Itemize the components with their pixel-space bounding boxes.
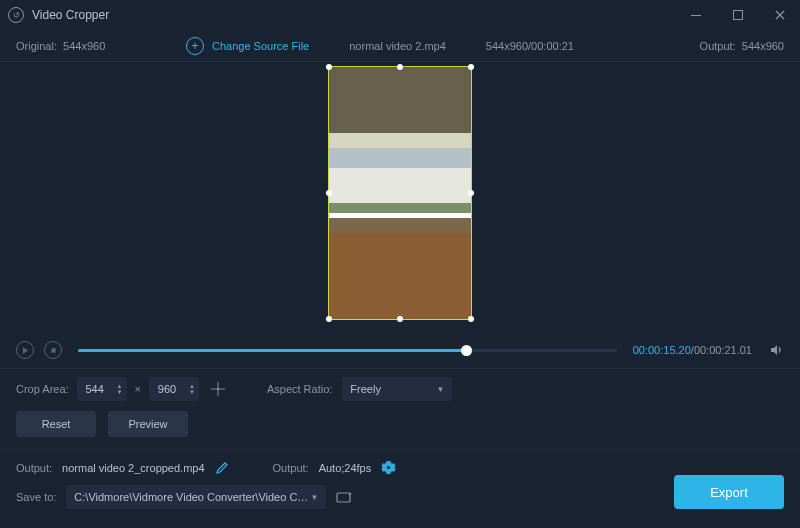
crop-handle-top-left[interactable] <box>326 64 332 70</box>
crop-height-field[interactable] <box>149 383 185 395</box>
output-label: Output: <box>700 40 736 52</box>
svg-rect-1 <box>734 11 743 20</box>
change-source-button[interactable]: Change Source File <box>186 37 309 55</box>
titlebar: Video Cropper <box>0 0 800 30</box>
output-settings-button[interactable] <box>381 460 396 475</box>
seek-bar[interactable] <box>78 349 617 352</box>
crop-area-label: Crop Area: <box>16 383 69 395</box>
maximize-button[interactable] <box>726 3 750 27</box>
seek-progress <box>78 349 466 352</box>
width-down-icon[interactable]: ▼ <box>117 389 123 395</box>
output-format-label: Output: <box>273 462 309 474</box>
crop-height-input[interactable]: ▲▼ <box>149 377 199 401</box>
original-value: 544x960 <box>63 40 105 52</box>
output-file-label: Output: <box>16 462 52 474</box>
plus-circle-icon <box>186 37 204 55</box>
export-button[interactable]: Export <box>674 475 784 509</box>
window-controls <box>684 3 792 27</box>
crop-handle-bottom-left[interactable] <box>326 316 332 322</box>
time-current: 00:00:15.20 <box>633 344 691 356</box>
preview-area <box>0 62 800 332</box>
crop-handle-top-right[interactable] <box>468 64 474 70</box>
edit-output-button[interactable] <box>215 461 229 475</box>
save-path-value: C:\Vidmore\Vidmore Video Converter\Video… <box>74 491 310 503</box>
svg-rect-5 <box>337 493 350 502</box>
svg-point-3 <box>217 388 219 390</box>
crop-controls: Crop Area: ▲▼ × ▲▼ Aspect Ratio: Freely … <box>0 368 800 449</box>
minimize-button[interactable] <box>684 3 708 27</box>
crop-width-field[interactable] <box>77 383 113 395</box>
player-controls: 00:00:15.20/00:00:21.01 <box>0 332 800 368</box>
chevron-down-icon: ▼ <box>436 385 444 394</box>
crop-handle-mid-left[interactable] <box>326 190 332 196</box>
save-path-select[interactable]: C:\Vidmore\Vidmore Video Converter\Video… <box>66 485 326 509</box>
dimension-separator: × <box>135 383 141 395</box>
preview-button[interactable]: Preview <box>108 411 188 437</box>
chevron-down-icon: ▼ <box>310 493 318 502</box>
center-crop-button[interactable] <box>207 378 229 400</box>
app-icon <box>8 7 24 23</box>
source-filename: normal video 2.mp4 <box>349 40 446 52</box>
output-value: 544x960 <box>742 40 784 52</box>
bottom-bar: Output: normal video 2_cropped.mp4 Outpu… <box>0 449 800 521</box>
original-label: Original: <box>16 40 57 52</box>
play-button[interactable] <box>16 341 34 359</box>
app-title: Video Cropper <box>32 8 684 22</box>
open-folder-button[interactable] <box>336 490 352 504</box>
output-dimensions: Output: 544x960 <box>644 40 784 52</box>
close-button[interactable] <box>768 3 792 27</box>
svg-point-4 <box>387 466 390 469</box>
crop-handle-bottom-right[interactable] <box>468 316 474 322</box>
volume-button[interactable] <box>768 342 784 358</box>
aspect-ratio-select[interactable]: Freely ▼ <box>342 377 452 401</box>
info-bar: Original: 544x960 Change Source File nor… <box>0 30 800 62</box>
time-total: 00:00:21.01 <box>694 344 752 356</box>
svg-rect-2 <box>51 348 55 352</box>
crop-width-input[interactable]: ▲▼ <box>77 377 127 401</box>
crop-handle-top-center[interactable] <box>397 64 403 70</box>
height-down-icon[interactable]: ▼ <box>189 389 195 395</box>
svg-rect-0 <box>691 15 701 16</box>
aspect-ratio-label: Aspect Ratio: <box>267 383 332 395</box>
change-source-label: Change Source File <box>212 40 309 52</box>
crop-handle-bottom-center[interactable] <box>397 316 403 322</box>
crop-handle-mid-right[interactable] <box>468 190 474 196</box>
source-meta: 544x960/00:00:21 <box>486 40 574 52</box>
output-file-name: normal video 2_cropped.mp4 <box>62 462 204 474</box>
stop-button[interactable] <box>44 341 62 359</box>
reset-button[interactable]: Reset <box>16 411 96 437</box>
crop-frame[interactable] <box>328 66 472 320</box>
seek-knob[interactable] <box>461 345 472 356</box>
output-format-value: Auto;24fps <box>319 462 372 474</box>
aspect-ratio-value: Freely <box>350 383 381 395</box>
video-thumbnail <box>329 67 471 319</box>
time-display: 00:00:15.20/00:00:21.01 <box>633 344 752 356</box>
save-to-label: Save to: <box>16 491 56 503</box>
original-dimensions: Original: 544x960 <box>16 40 156 52</box>
